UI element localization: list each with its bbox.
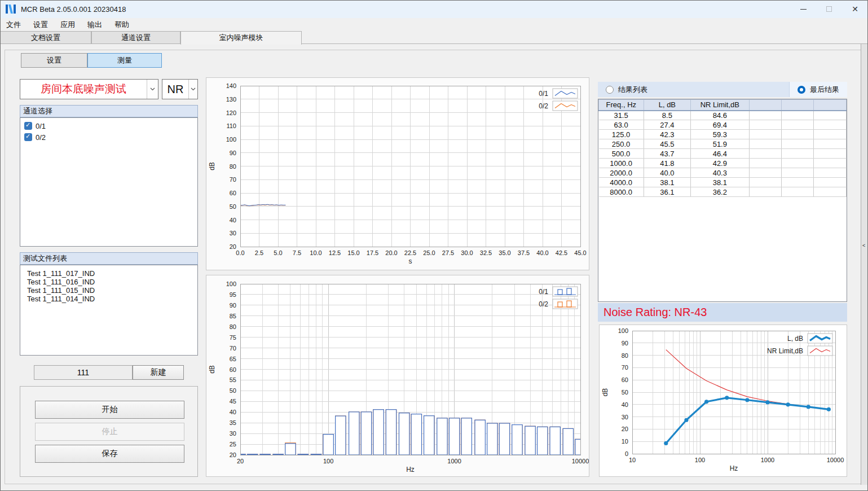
radio-last-result[interactable]: 最后结果: [789, 82, 847, 97]
checkbox-checked-icon[interactable]: [24, 133, 32, 141]
svg-text:75: 75: [230, 334, 236, 341]
table-cell: [782, 159, 814, 168]
table-row[interactable]: 63.027.469.4: [599, 120, 847, 130]
svg-text:10: 10: [622, 438, 628, 445]
save-button[interactable]: 保存: [35, 445, 184, 463]
table-row[interactable]: 2000.040.040.3: [599, 168, 847, 178]
channel-item[interactable]: 0/2: [20, 131, 197, 143]
stop-button[interactable]: 停止: [35, 423, 184, 441]
new-button[interactable]: 新建: [133, 365, 184, 380]
svg-text:60: 60: [230, 366, 236, 373]
svg-text:17.5: 17.5: [367, 249, 378, 256]
rating-method-value: NR: [162, 80, 188, 99]
table-cell: [749, 168, 781, 178]
menu-item[interactable]: 应用: [54, 18, 81, 31]
svg-text:0/2: 0/2: [539, 102, 548, 110]
test-name-input[interactable]: [34, 365, 133, 380]
table-cell: [749, 159, 781, 168]
preset-select[interactable]: 房间本底噪声测试: [20, 79, 158, 99]
table-cell: [814, 130, 847, 139]
svg-text:100: 100: [226, 280, 236, 287]
table-row[interactable]: 4000.038.138.1: [599, 178, 847, 187]
tab-3[interactable]: 室内噪声模块: [180, 31, 302, 45]
table-cell: [782, 130, 814, 139]
table-cell: 46.4: [691, 149, 749, 159]
table-row[interactable]: 1000.041.842.9: [599, 159, 847, 168]
svg-text:45: 45: [230, 398, 236, 405]
close-button[interactable]: ✕: [842, 0, 868, 18]
svg-text:32.5: 32.5: [480, 249, 492, 256]
svg-text:110: 110: [226, 122, 236, 129]
table-row[interactable]: 500.043.746.4: [599, 149, 847, 159]
svg-text:120: 120: [226, 109, 236, 116]
radio-result-list[interactable]: 结果列表: [598, 82, 655, 97]
svg-text:30: 30: [230, 430, 236, 437]
svg-text:35.0: 35.0: [499, 249, 510, 256]
svg-text:10000: 10000: [572, 458, 589, 464]
test-file-list: Test 1_111_017_INDTest 1_111_016_INDTest…: [20, 265, 198, 356]
table-cell: 59.3: [691, 130, 749, 139]
table-cell: 63.0: [599, 120, 644, 130]
menu-item[interactable]: 文件: [0, 18, 27, 31]
svg-text:130: 130: [226, 96, 236, 103]
svg-text:0.0: 0.0: [236, 249, 244, 256]
checkbox-checked-icon[interactable]: [24, 122, 32, 130]
svg-text:90: 90: [622, 340, 628, 347]
result-mode-row: 结果列表 最后结果: [598, 82, 847, 97]
channel-label: 0/1: [36, 122, 46, 130]
svg-text:37.5: 37.5: [518, 249, 530, 256]
test-file-item[interactable]: Test 1_111_016_IND: [20, 278, 197, 286]
svg-text:40.0: 40.0: [536, 249, 548, 256]
table-cell: [749, 120, 781, 130]
table-cell: 45.5: [644, 139, 690, 149]
chevron-down-icon[interactable]: [188, 80, 197, 99]
table-cell: [782, 187, 814, 197]
table-row[interactable]: 250.045.551.9: [599, 139, 847, 149]
subtab-measure[interactable]: 测量: [87, 53, 162, 68]
panel-splitter[interactable]: <: [861, 44, 868, 485]
start-button[interactable]: 开始: [35, 401, 184, 419]
tab-2[interactable]: 通道设置: [91, 31, 180, 43]
svg-text:85: 85: [230, 313, 236, 319]
menu-item[interactable]: 帮助: [108, 18, 135, 31]
chevron-down-icon[interactable]: [147, 80, 158, 99]
minimize-button[interactable]: [790, 0, 816, 18]
table-header: Freq., Hz: [599, 100, 644, 111]
table-cell: 43.7: [644, 149, 690, 159]
svg-text:60: 60: [622, 376, 628, 383]
svg-text:27.5: 27.5: [442, 249, 454, 256]
svg-text:40: 40: [230, 409, 236, 415]
menu-item[interactable]: 输出: [81, 18, 108, 31]
noise-rating-text: Noise Rating: NR-43: [603, 306, 707, 318]
table-row[interactable]: 8000.036.136.2: [599, 187, 847, 197]
svg-text:L, dB: L, dB: [787, 335, 803, 343]
radio-last-result-label: 最后结果: [810, 85, 839, 95]
svg-text:90: 90: [230, 302, 236, 309]
table-row[interactable]: 125.042.359.3: [599, 130, 847, 139]
subtab-settings[interactable]: 设置: [21, 53, 87, 68]
menu-item[interactable]: 设置: [27, 18, 54, 31]
channel-item[interactable]: 0/1: [20, 120, 197, 131]
table-cell: [814, 159, 847, 168]
svg-text:Hz: Hz: [406, 466, 415, 474]
channel-label: 0/2: [36, 133, 46, 142]
svg-text:1000: 1000: [761, 457, 774, 463]
close-icon: ✕: [852, 5, 858, 14]
radio-on-icon: [797, 86, 805, 94]
svg-text:dB: dB: [208, 162, 216, 170]
table-cell: [749, 187, 781, 197]
svg-text:70: 70: [230, 176, 236, 183]
test-file-item[interactable]: Test 1_111_014_IND: [20, 295, 197, 303]
test-file-item[interactable]: Test 1_111_015_IND: [20, 286, 197, 295]
tab-1[interactable]: 文档设置: [0, 31, 91, 43]
result-table: Freq., HzL, dBNR Limit,dB31.58.584.663.0…: [598, 99, 847, 197]
svg-text:40: 40: [622, 401, 628, 408]
rating-method-select[interactable]: NR: [162, 79, 198, 99]
table-row[interactable]: 31.58.584.6: [599, 111, 847, 120]
table-header: L, dB: [644, 100, 690, 111]
svg-text:Hz: Hz: [730, 464, 738, 472]
maximize-button[interactable]: [816, 0, 842, 18]
menu-bar: 文件设置应用输出帮助: [0, 18, 868, 31]
table-cell: 4000.0: [599, 178, 644, 187]
test-file-item[interactable]: Test 1_111_017_IND: [20, 269, 197, 278]
